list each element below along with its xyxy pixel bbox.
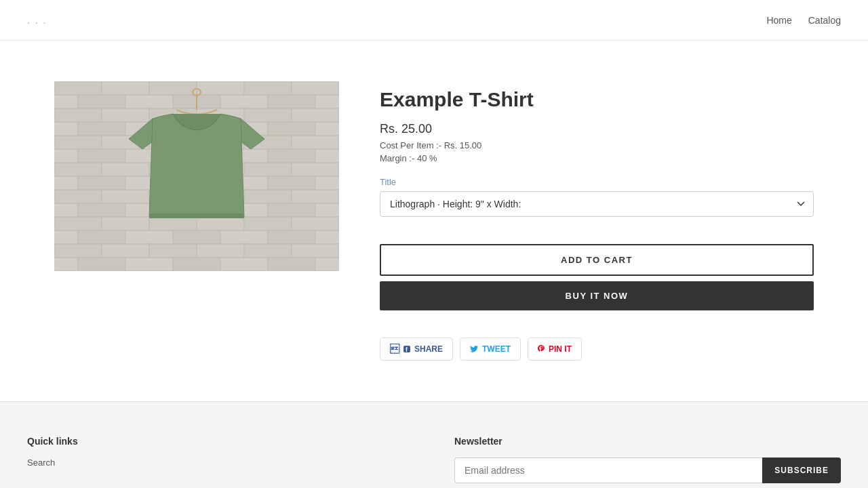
svg-rect-68 [149,217,197,230]
site-footer: Quick links Search Newsletter SUBSCRIBE [0,401,868,488]
twitter-share-button[interactable]: TWEET [460,338,521,361]
newsletter-col: Newsletter SUBSCRIBE [454,436,841,483]
svg-rect-47 [78,176,125,190]
svg-rect-72 [54,230,78,244]
main-nav: Home Catalog [766,15,841,26]
svg-rect-52 [315,176,339,190]
svg-rect-6 [292,81,339,95]
product-margin: Margin :- 40 % [380,153,814,163]
svg-rect-44 [244,163,292,176]
svg-rect-78 [315,230,339,244]
svg-rect-51 [268,176,315,190]
quick-links-col: Quick links Search [27,436,414,483]
twitter-icon [470,346,478,352]
svg-rect-26 [315,122,339,136]
svg-rect-3 [149,81,197,95]
svg-rect-58 [292,190,339,203]
svg-rect-81 [149,244,197,258]
svg-rect-80 [102,244,149,258]
svg-rect-65 [315,203,339,217]
nav-home[interactable]: Home [766,15,791,26]
site-logo: . . . [27,15,47,26]
svg-rect-73 [78,230,125,244]
svg-rect-13 [315,95,339,108]
title-field-label: Title [380,177,814,187]
title-select-wrapper: Lithograph · Height: 9" x Width: [380,191,814,230]
svg-rect-57 [244,190,292,203]
svg-rect-88 [173,258,220,271]
svg-rect-41 [102,163,149,176]
svg-rect-77 [268,230,315,244]
svg-rect-91 [315,258,339,271]
site-header: . . . Home Catalog [0,0,868,41]
svg-rect-4 [197,81,244,95]
svg-rect-85 [54,258,78,271]
social-share:  f SHARE TWEET PIN IT [380,338,814,361]
search-link[interactable]: Search [27,458,414,468]
svg-rect-64 [268,203,315,217]
svg-rect-19 [292,108,339,122]
pinterest-label: PIN IT [549,344,572,354]
facebook-share-button[interactable]:  f SHARE [380,338,453,361]
svg-rect-12 [268,95,315,108]
svg-rect-82 [197,244,244,258]
svg-rect-25 [268,122,315,136]
newsletter-form: SUBSCRIBE [454,458,841,483]
svg-rect-7 [54,95,78,108]
buy-it-now-button[interactable]: BUY IT NOW [380,281,814,310]
svg-rect-20 [54,122,78,136]
svg-rect-18 [244,108,292,122]
svg-rect-60 [78,203,125,217]
product-details: Example T-Shirt Rs. 25.00 Cost Per Item … [380,81,814,361]
quick-links-heading: Quick links [27,436,414,447]
svg-rect-11 [220,95,268,108]
pinterest-icon [538,345,545,353]
footer-inner: Quick links Search Newsletter SUBSCRIBE [27,436,841,483]
svg-rect-33 [54,149,78,163]
svg-rect-45 [292,163,339,176]
svg-rect-87 [125,258,173,271]
svg-rect-32 [292,136,339,149]
svg-rect-46 [54,176,78,190]
svg-rect-39 [315,149,339,163]
product-price: Rs. 25.00 [380,122,814,136]
product-image-container [54,81,339,271]
svg-rect-40 [54,163,102,176]
svg-rect-59 [54,203,78,217]
svg-rect-89 [220,258,268,271]
product-cost: Cost Per Item :- Rs. 15.00 [380,140,814,150]
svg-rect-38 [268,149,315,163]
svg-rect-8 [78,95,125,108]
svg-rect-75 [173,230,220,244]
svg-rect-69 [197,217,244,230]
svg-rect-9 [125,95,173,108]
facebook-label: SHARE [414,344,443,354]
pinterest-share-button[interactable]: PIN IT [528,338,582,361]
svg-rect-14 [54,108,102,122]
svg-rect-67 [102,217,149,230]
title-dropdown[interactable]: Lithograph · Height: 9" x Width: [380,191,814,217]
svg-rect-1 [54,81,102,95]
product-image [54,81,339,271]
facebook-icon-svg: f [403,346,410,352]
svg-rect-5 [244,81,292,95]
svg-rect-21 [78,122,125,136]
product-page: Example T-Shirt Rs. 25.00 Cost Per Item … [27,81,841,361]
svg-rect-79 [54,244,102,258]
newsletter-heading: Newsletter [454,436,841,447]
svg-rect-71 [292,217,339,230]
subscribe-button[interactable]: SUBSCRIBE [762,458,841,483]
svg-rect-86 [78,258,125,271]
twitter-label: TWEET [482,344,511,354]
svg-rect-90 [268,258,315,271]
nav-catalog[interactable]: Catalog [808,15,841,26]
product-title: Example T-Shirt [380,88,814,111]
svg-rect-15 [102,108,149,122]
svg-rect-2 [102,81,149,95]
svg-rect-70 [244,217,292,230]
svg-rect-83 [244,244,292,258]
email-input[interactable] [454,458,762,483]
add-to-cart-button[interactable]: ADD TO CART [380,244,814,276]
facebook-icon:  [390,344,399,354]
svg-rect-53 [54,190,102,203]
